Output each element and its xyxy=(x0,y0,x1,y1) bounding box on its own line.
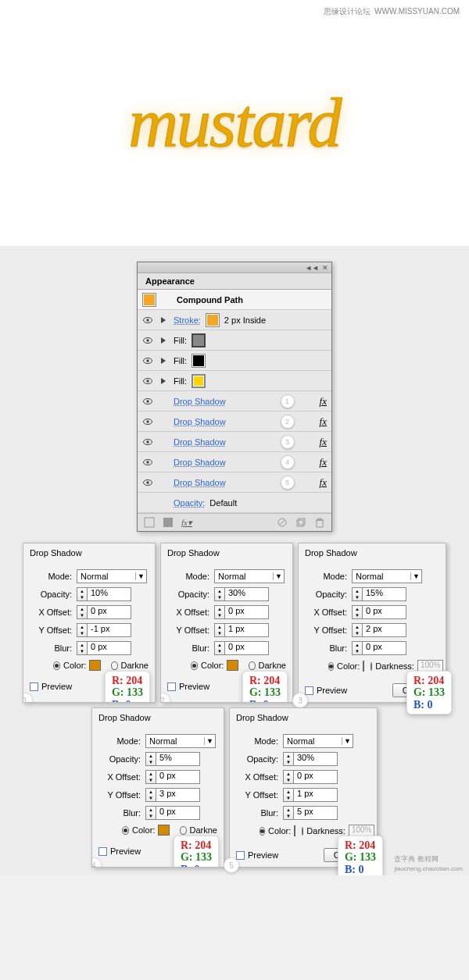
appearance-tab[interactable]: Appearance xyxy=(138,273,331,290)
xoffset-stepper[interactable]: ▲▼ xyxy=(352,605,363,619)
fx-footer-icon[interactable]: fx▾ xyxy=(181,518,192,528)
stroke-row[interactable]: Stroke: 2 px Inside xyxy=(138,310,331,330)
visibility-toggle[interactable] xyxy=(142,315,153,326)
opacity-stepper[interactable]: ▲▼ xyxy=(77,587,88,601)
yoffset-input[interactable]: 2 px xyxy=(363,623,406,637)
color-swatch[interactable] xyxy=(158,825,169,836)
fill-swatch-icon[interactable] xyxy=(192,333,206,347)
opacity-stepper[interactable]: ▲▼ xyxy=(214,587,225,601)
visibility-toggle[interactable] xyxy=(142,477,153,488)
xoffset-input[interactable]: 0 px xyxy=(225,605,269,619)
xoffset-stepper[interactable]: ▲▼ xyxy=(145,770,156,784)
duplicate-icon[interactable] xyxy=(295,517,306,528)
color-swatch[interactable] xyxy=(89,660,100,671)
fx-link[interactable]: fx xyxy=(320,476,327,489)
opacity-link[interactable]: Opacity: xyxy=(174,498,205,508)
preview-checkbox[interactable]: Preview xyxy=(30,682,72,691)
color-radio[interactable] xyxy=(122,826,129,835)
visibility-toggle[interactable] xyxy=(142,457,153,468)
yoffset-input[interactable]: -1 px xyxy=(88,623,131,637)
dropshadow-row[interactable]: Drop Shadow 4 fx xyxy=(138,452,331,472)
yoffset-input[interactable]: 1 px xyxy=(294,788,338,802)
xoffset-stepper[interactable]: ▲▼ xyxy=(214,605,225,619)
visibility-toggle[interactable] xyxy=(142,355,153,366)
yoffset-stepper[interactable]: ▲▼ xyxy=(283,788,294,802)
fill-row-2[interactable]: Fill: xyxy=(138,351,331,371)
color-swatch[interactable] xyxy=(227,660,238,671)
compound-path-header[interactable]: Compound Path xyxy=(138,290,331,310)
fill-row-3[interactable]: Fill: xyxy=(138,371,331,391)
blur-stepper[interactable]: ▲▼ xyxy=(352,641,363,655)
yoffset-stepper[interactable]: ▲▼ xyxy=(352,623,363,637)
color-radio[interactable] xyxy=(53,661,60,670)
opacity-stepper[interactable]: ▲▼ xyxy=(145,752,156,766)
xoffset-stepper[interactable]: ▲▼ xyxy=(77,605,88,619)
opacity-input[interactable]: 5% xyxy=(156,752,200,766)
fx-link[interactable]: fx xyxy=(320,395,327,408)
darkness-radio[interactable] xyxy=(249,661,256,670)
darkness-radio[interactable] xyxy=(302,827,303,836)
blur-stepper[interactable]: ▲▼ xyxy=(283,806,294,820)
new-stroke-icon[interactable] xyxy=(144,517,155,528)
dropshadow-link[interactable]: Drop Shadow xyxy=(174,417,226,426)
xoffset-stepper[interactable]: ▲▼ xyxy=(283,770,294,784)
yoffset-input[interactable]: 1 px xyxy=(225,623,269,637)
fx-link[interactable]: fx xyxy=(320,436,327,448)
clear-icon[interactable] xyxy=(277,517,288,528)
expand-toggle[interactable] xyxy=(158,315,169,326)
preview-checkbox[interactable]: Preview xyxy=(305,686,347,695)
fx-link[interactable]: fx xyxy=(320,456,327,469)
mode-select[interactable]: Normal▼ xyxy=(283,734,353,748)
blur-stepper[interactable]: ▲▼ xyxy=(145,806,156,820)
xoffset-input[interactable]: 0 px xyxy=(156,770,200,784)
panel-close-icon[interactable]: ✕ xyxy=(322,264,328,272)
blur-input[interactable]: 0 px xyxy=(225,641,269,655)
dropshadow-link[interactable]: Drop Shadow xyxy=(174,478,226,487)
dropshadow-row[interactable]: Drop Shadow 5 fx xyxy=(138,472,331,493)
opacity-input[interactable]: 15% xyxy=(363,587,406,601)
dropshadow-link[interactable]: Drop Shadow xyxy=(174,458,226,467)
color-radio[interactable] xyxy=(191,661,198,670)
yoffset-input[interactable]: 3 px xyxy=(156,788,200,802)
blur-stepper[interactable]: ▲▼ xyxy=(214,641,225,655)
opacity-row[interactable]: Opacity: Default xyxy=(138,493,331,513)
opacity-input[interactable]: 30% xyxy=(294,752,338,766)
preview-checkbox[interactable]: Preview xyxy=(98,846,141,856)
stroke-swatch-icon[interactable] xyxy=(206,313,220,327)
dropshadow-row[interactable]: Drop Shadow 2 fx xyxy=(138,412,331,432)
color-radio[interactable] xyxy=(260,827,265,836)
xoffset-input[interactable]: 0 px xyxy=(88,605,131,619)
yoffset-stepper[interactable]: ▲▼ xyxy=(214,623,225,637)
panel-collapse-icon[interactable]: ◄◄ xyxy=(305,264,319,272)
mode-select[interactable]: Normal▼ xyxy=(145,734,216,748)
preview-checkbox[interactable]: Preview xyxy=(167,682,209,691)
opacity-input[interactable]: 30% xyxy=(225,587,269,601)
opacity-stepper[interactable]: ▲▼ xyxy=(352,587,363,601)
fill-row-1[interactable]: Fill: xyxy=(138,330,331,351)
xoffset-input[interactable]: 0 px xyxy=(363,605,406,619)
preview-checkbox[interactable]: Preview xyxy=(236,850,278,860)
yoffset-stepper[interactable]: ▲▼ xyxy=(77,623,88,637)
visibility-toggle[interactable] xyxy=(142,335,153,346)
fill-swatch-icon[interactable] xyxy=(192,374,206,388)
fx-link[interactable]: fx xyxy=(320,415,327,428)
mode-select[interactable]: Normal▼ xyxy=(352,569,422,583)
color-radio[interactable] xyxy=(328,662,334,671)
mode-select[interactable]: Normal▼ xyxy=(77,569,147,583)
expand-toggle[interactable] xyxy=(158,355,169,366)
dropshadow-row[interactable]: Drop Shadow 3 fx xyxy=(138,432,331,452)
dropshadow-link[interactable]: Drop Shadow xyxy=(174,437,226,447)
yoffset-stepper[interactable]: ▲▼ xyxy=(145,788,156,802)
blur-input[interactable]: 0 px xyxy=(363,641,406,655)
fill-swatch-icon[interactable] xyxy=(192,354,206,368)
xoffset-input[interactable]: 0 px xyxy=(294,770,338,784)
darkness-radio[interactable] xyxy=(180,826,187,835)
blur-input[interactable]: 5 px xyxy=(294,806,338,820)
visibility-toggle[interactable] xyxy=(142,396,153,407)
opacity-stepper[interactable]: ▲▼ xyxy=(283,752,294,766)
trash-icon[interactable] xyxy=(314,517,325,528)
darkness-radio[interactable] xyxy=(371,662,372,671)
visibility-toggle[interactable] xyxy=(142,376,153,387)
opacity-input[interactable]: 10% xyxy=(88,587,131,601)
darkness-radio[interactable] xyxy=(111,661,118,670)
